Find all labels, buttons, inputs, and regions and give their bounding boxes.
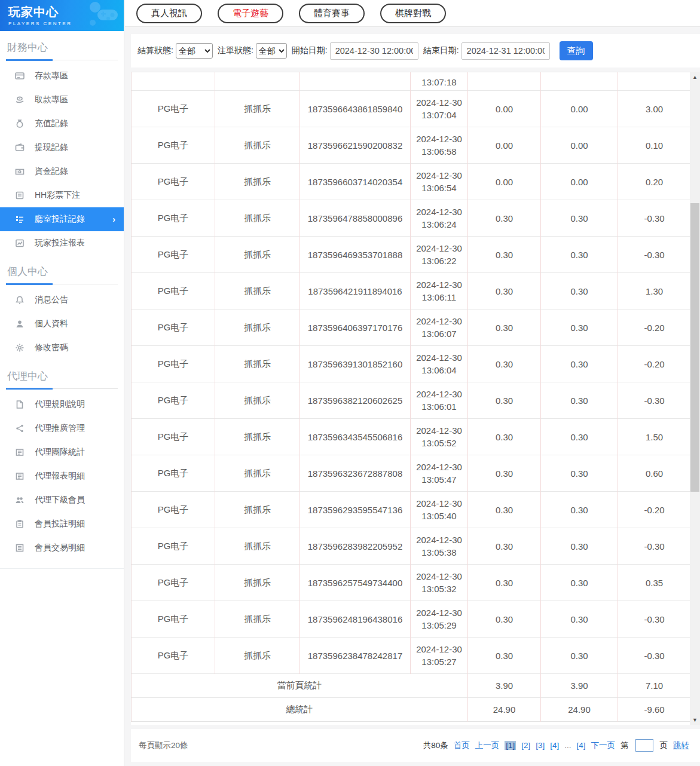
cell-bet-amount: 0.30 — [468, 237, 541, 273]
sidebar-item[interactable]: 代理推廣管理 — [0, 416, 124, 440]
cell-game: 抓抓乐 — [215, 200, 300, 237]
first-page-link[interactable]: 首页 — [454, 740, 470, 751]
jump-prefix-text: 第 — [620, 740, 629, 751]
cell-platform: PG电子 — [132, 565, 215, 601]
cell-game: 抓抓乐 — [215, 601, 300, 638]
search-button[interactable]: 查詢 — [560, 41, 593, 60]
sidebar-item[interactable]: 會員交易明細 — [0, 536, 124, 560]
page-link[interactable]: [3] — [536, 741, 545, 750]
sidebar-item[interactable]: 廳室投註記錄› — [0, 207, 124, 231]
page-link-current[interactable]: [1] — [505, 741, 516, 750]
sidebar-item[interactable]: 玩家投注報表 — [0, 231, 124, 255]
sidebar-item[interactable]: 代理團隊統計 — [0, 440, 124, 464]
sidebar-item[interactable]: 會員投註明細 — [0, 512, 124, 536]
sidebar-item[interactable]: 取款專區 — [0, 88, 124, 112]
sidebar-item[interactable]: 代理規則說明 — [0, 393, 124, 416]
cell-game: 抓抓乐 — [215, 638, 300, 674]
sidebar-item-label: 代理推廣管理 — [35, 423, 85, 434]
page-link[interactable]: [2] — [521, 741, 530, 750]
sidebar-item-label: 資金記錄 — [35, 166, 68, 177]
sidebar-header: 玩家中心 PLAYERS CENTER — [0, 0, 124, 31]
cell-platform: PG电子 — [132, 492, 215, 528]
sidebar-item[interactable]: 個人資料 — [0, 312, 124, 336]
cell-order-id: 1873596421911894016 — [300, 273, 411, 310]
cell-bet-amount: 0.30 — [468, 310, 541, 346]
sidebar-item[interactable]: 代理下級會員 — [0, 488, 124, 512]
table-row: PG电子抓抓乐18735962575497344002024-12-3013:0… — [132, 565, 691, 601]
tab-棋牌對戰[interactable]: 棋牌對戰 — [380, 4, 446, 23]
cell-platform: PG电子 — [132, 601, 215, 638]
cell-platform: PG电子 — [132, 164, 215, 200]
cell-valid-amount: 0.30 — [541, 419, 618, 455]
cell-time: 2024-12-3013:06:04 — [411, 346, 468, 382]
sidebar-item-label: 修改密碼 — [35, 342, 68, 353]
sidebar-item[interactable]: 充值記錄 — [0, 112, 124, 136]
cell-order-id: 1873596283982205952 — [300, 528, 411, 565]
cell-profit: 3.00 — [618, 91, 691, 127]
cell-bet-amount: 0.00 — [468, 127, 541, 164]
cell-empty — [215, 72, 300, 91]
sidebar-item[interactable]: 修改密碼 — [0, 336, 124, 360]
password-icon — [14, 343, 25, 353]
sidebar-item-label: 取款專區 — [35, 94, 68, 105]
table-row-partial: 13:07:18 — [132, 72, 691, 91]
cell-platform: PG电子 — [132, 455, 215, 492]
settle-status-select[interactable]: 全部 — [176, 43, 213, 59]
cell-time: 2024-12-3013:05:38 — [411, 528, 468, 565]
total-summary-row: 總統計24.9024.90-9.60 — [132, 698, 691, 722]
cell-time: 13:07:18 — [411, 72, 468, 91]
cell-bet-amount: 0.30 — [468, 273, 541, 310]
cell-valid-amount: 0.00 — [541, 164, 618, 200]
summary-valid-amount: 3.90 — [541, 674, 618, 698]
table-row: PG电子抓抓乐18735966037140203542024-12-3013:0… — [132, 164, 691, 200]
cell-bet-amount: 0.30 — [468, 200, 541, 237]
member-transaction-icon — [14, 543, 25, 553]
sidebar-item[interactable]: HH彩票下注 — [0, 183, 124, 207]
cell-platform: PG电子 — [132, 638, 215, 674]
cell-bet-amount: 0.30 — [468, 492, 541, 528]
page-ellipsis: ... — [564, 741, 571, 750]
announcement-icon — [14, 295, 25, 305]
tab-真人視訊[interactable]: 真人視訊 — [136, 4, 202, 23]
jump-link[interactable]: 跳转 — [673, 740, 689, 751]
total-count-text: 共80条 — [423, 740, 448, 751]
jump-page-input[interactable] — [635, 739, 653, 752]
tab-電子遊藝[interactable]: 電子遊藝 — [218, 4, 283, 23]
cell-bet-amount: 0.30 — [468, 601, 541, 638]
prev-page-link[interactable]: 上一页 — [475, 740, 500, 751]
cell-bet-amount: 0.00 — [468, 91, 541, 127]
table-scrollbar[interactable]: ▲ ▼ — [690, 72, 700, 725]
order-status-select[interactable]: 全部 — [256, 43, 287, 59]
cell-profit: 0.20 — [618, 164, 691, 200]
cell-order-id: 1873596323672887808 — [300, 455, 411, 492]
end-date-input[interactable] — [461, 42, 550, 60]
scrollbar-thumb[interactable] — [690, 203, 699, 492]
sidebar-item[interactable]: 消息公告 — [0, 288, 124, 312]
sidebar-item[interactable]: 資金記錄 — [0, 160, 124, 183]
table-row: PG电子抓抓乐18735962839822059522024-12-3013:0… — [132, 528, 691, 565]
sidebar-item[interactable]: 存款專區 — [0, 64, 124, 88]
cell-valid-amount: 0.30 — [541, 310, 618, 346]
cell-order-id: 1873596469353701888 — [300, 237, 411, 273]
cell-time: 2024-12-3013:06:22 — [411, 237, 468, 273]
next-page-link[interactable]: 下一页 — [591, 740, 616, 751]
cell-bet-amount: 0.30 — [468, 638, 541, 674]
sidebar-item[interactable]: 提現記錄 — [0, 136, 124, 160]
scroll-up-icon[interactable]: ▲ — [690, 72, 700, 82]
cell-time: 2024-12-3013:05:40 — [411, 492, 468, 528]
page-link[interactable]: [4] — [576, 741, 585, 750]
scroll-down-icon[interactable]: ▼ — [690, 715, 700, 725]
cell-valid-amount: 0.30 — [541, 565, 618, 601]
sidebar-item-label: 充值記錄 — [35, 118, 68, 129]
cell-bet-amount: 0.00 — [468, 164, 541, 200]
cell-order-id: 1873596238478242817 — [300, 638, 411, 674]
cell-profit: -0.20 — [618, 346, 691, 382]
tab-體育賽事[interactable]: 體育賽事 — [299, 4, 365, 23]
start-date-input[interactable] — [330, 42, 418, 60]
withdrawal-record-icon — [14, 143, 25, 153]
cell-order-id: 1873596478858000896 — [300, 200, 411, 237]
sidebar-item-label: 存款專區 — [35, 71, 68, 81]
sidebar-item[interactable]: 代理報表明細 — [0, 464, 124, 488]
page-link[interactable]: [4] — [550, 741, 559, 750]
cell-time: 2024-12-3013:06:01 — [411, 382, 468, 419]
